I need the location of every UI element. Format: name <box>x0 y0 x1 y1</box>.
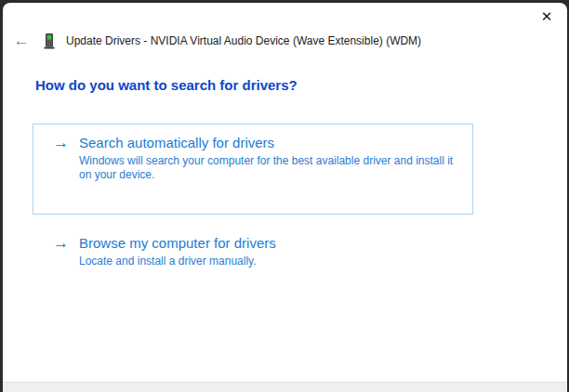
footer-bar <box>3 382 567 392</box>
caption-row: ← Update Drivers - NVIDIA Virtual Audio … <box>3 29 567 53</box>
titlebar[interactable]: ✕ <box>3 3 567 29</box>
arrow-right-icon: → <box>53 134 73 152</box>
wizard-content: How do you want to search for drivers? →… <box>3 53 567 279</box>
page-heading: How do you want to search for drivers? <box>35 77 567 93</box>
arrow-right-icon: → <box>53 234 73 253</box>
option-description: Locate and install a driver manually. <box>79 255 461 268</box>
option-description: Windows will search your computer for th… <box>79 154 461 182</box>
device-icon <box>42 33 57 50</box>
desktop-backdrop: ✕ ← Update Drivers - NVIDIA Virtual Audi… <box>0 0 569 392</box>
option-browse-computer[interactable]: → Browse my computer for drivers Locate … <box>33 224 473 279</box>
command-link-list: → Search automatically for drivers Windo… <box>33 124 473 279</box>
option-title: Search automatically for drivers <box>79 135 274 150</box>
option-text: Browse my computer for drivers Locate an… <box>79 234 461 268</box>
wizard-title: Update Drivers - NVIDIA Virtual Audio De… <box>66 34 421 47</box>
update-drivers-window: ✕ ← Update Drivers - NVIDIA Virtual Audi… <box>3 3 567 392</box>
option-title: Browse my computer for drivers <box>79 235 276 251</box>
option-search-automatically[interactable]: → Search automatically for drivers Windo… <box>33 124 473 215</box>
option-text: Search automatically for drivers Windows… <box>79 134 461 182</box>
back-button[interactable]: ← <box>10 30 33 52</box>
close-button[interactable]: ✕ <box>532 5 562 29</box>
